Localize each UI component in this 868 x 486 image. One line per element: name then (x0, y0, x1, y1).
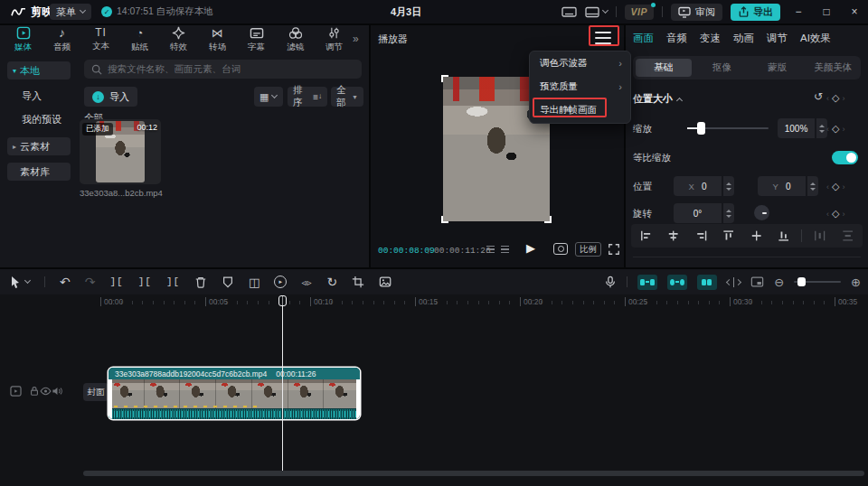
crop-button[interactable] (352, 276, 364, 288)
menu-item-scopes[interactable]: 调色示波器 › (530, 51, 630, 75)
slider-handle[interactable] (697, 122, 705, 135)
menu-item-preview-quality[interactable]: 预览质量 › (530, 75, 630, 98)
position-x-stepper[interactable] (722, 176, 734, 196)
align-right-icon[interactable] (695, 229, 707, 242)
link-toggle[interactable] (697, 275, 717, 290)
tab-video[interactable]: 画面 (633, 32, 654, 45)
playhead-handle[interactable] (278, 295, 287, 306)
frame-capture-icon[interactable] (553, 243, 568, 255)
timeline-clip[interactable]: 33e303a8788addb192004cc5d7c6b2cb.mp4 00:… (108, 368, 360, 419)
keyframe-control[interactable]: ‹◇› (826, 92, 844, 104)
rotate-value-field[interactable]: 0° (674, 203, 722, 223)
tab-transitions[interactable]: ⋈ 转场 (198, 25, 237, 53)
cover-button[interactable]: 封面 (83, 383, 108, 401)
keyframe-control[interactable]: ‹◇› (826, 123, 844, 135)
subtab-beauty[interactable]: 美颜美体 (806, 56, 862, 79)
next-frame-icon[interactable] (501, 246, 509, 254)
speed-button[interactable]: ▸ (274, 276, 287, 288)
split-button[interactable]: ][ (109, 276, 123, 287)
hide-track-icon[interactable] (40, 387, 52, 396)
position-x-field[interactable]: X0 (674, 176, 722, 196)
position-y-stepper[interactable] (807, 176, 818, 196)
view-mode-button[interactable]: ▦ (254, 87, 283, 107)
tab-audio-settings[interactable]: 音频 (666, 32, 687, 45)
selection-handle[interactable] (441, 75, 448, 82)
sidebar-item-cloud[interactable]: ▸ 云素材 (7, 137, 71, 155)
media-card[interactable]: 已添加 00:12 (80, 119, 161, 184)
vip-badge[interactable]: VIP (625, 5, 654, 20)
review-button[interactable]: 审阅 (671, 4, 722, 21)
tab-filters[interactable]: 滤镜 (276, 25, 315, 53)
tab-animation[interactable]: 动画 (733, 32, 754, 45)
collapse-panel-chevron[interactable]: » (353, 33, 359, 45)
rotation-dial[interactable] (754, 205, 769, 220)
mute-track-icon[interactable] (52, 386, 62, 397)
align-middle-vertical-icon[interactable] (750, 229, 762, 242)
section-position-size[interactable]: 位置大小 (633, 92, 682, 106)
sidebar-item-local[interactable]: ▾ 本地 (7, 61, 71, 79)
uniform-scale-toggle[interactable] (832, 151, 858, 164)
chroma-key-button[interactable] (379, 276, 392, 288)
tab-media[interactable]: 媒体 (4, 25, 42, 53)
menu-item-export-still-frame[interactable]: 导出静帧画面 (530, 98, 630, 122)
timeline-zoom-slider[interactable] (794, 281, 841, 283)
keyframe-control[interactable]: ‹◇› (826, 208, 844, 220)
position-y-field[interactable]: Y0 (758, 176, 806, 196)
delete-right-button[interactable]: ][ (166, 276, 180, 287)
trim-handle-right[interactable] (356, 379, 360, 419)
player-menu-button[interactable] (595, 32, 611, 44)
record-voiceover-button[interactable] (604, 275, 617, 289)
undo-button[interactable]: ↶ (60, 275, 71, 289)
subtab-keying[interactable]: 抠像 (694, 56, 750, 79)
trim-handle-left[interactable] (108, 379, 112, 419)
align-left-icon[interactable] (640, 229, 652, 242)
preview-axis-toggle[interactable] (727, 277, 741, 287)
sidebar-item-presets[interactable]: 我的预设 (7, 110, 71, 128)
tab-audio[interactable]: ♪ 音频 (42, 25, 81, 53)
delete-left-button[interactable]: ][ (138, 276, 152, 287)
prev-frame-icon[interactable] (486, 246, 495, 254)
layout-switch-button[interactable] (585, 6, 608, 18)
subtab-basic[interactable]: 基础 (636, 59, 692, 77)
tab-speed[interactable]: 变速 (700, 32, 721, 45)
import-button[interactable]: ↓ 导入 (84, 87, 137, 107)
slider-handle[interactable] (797, 277, 806, 286)
selection-handle[interactable] (544, 216, 552, 223)
rotate-stepper[interactable] (722, 203, 734, 223)
scale-slider[interactable] (687, 127, 769, 129)
align-center-horizontal-icon[interactable] (667, 229, 679, 242)
freeze-frame-button[interactable] (222, 276, 234, 288)
subtab-mask[interactable]: 蒙版 (750, 56, 806, 79)
delete-button[interactable] (194, 276, 207, 289)
selection-handle[interactable] (441, 216, 448, 223)
tab-ai-effects[interactable]: AI效果 (800, 32, 831, 45)
global-preview-zoom-icon[interactable] (750, 276, 764, 288)
timeline-horizontal-scrollbar[interactable] (83, 471, 864, 476)
tab-adjustment[interactable]: 调节 (767, 32, 788, 45)
sidebar-item-import[interactable]: 导入 (7, 87, 71, 105)
sidebar-item-library[interactable]: 素材库 (7, 163, 71, 181)
zoom-in-icon[interactable]: ⊕ (851, 276, 861, 289)
shortcut-keyboard-icon[interactable] (561, 5, 577, 18)
export-button[interactable]: 导出 (731, 4, 780, 21)
filter-button[interactable]: 全部 ▼ (331, 87, 363, 107)
zoom-out-icon[interactable]: ⊖ (774, 276, 784, 289)
auto-snap-toggle[interactable] (667, 275, 687, 290)
lock-track-icon[interactable] (29, 385, 40, 397)
sort-button[interactable]: 排序 ≡↓ (288, 87, 327, 107)
tab-text[interactable]: TI 文本 (81, 25, 120, 53)
search-input[interactable]: 搜索文件名称、画面元素、台词 (84, 60, 362, 79)
tab-effects[interactable]: 特效 (159, 25, 198, 53)
maximize-button[interactable]: □ (816, 5, 836, 18)
close-button[interactable]: × (844, 5, 864, 18)
keyframe-control[interactable]: ‹◇› (826, 181, 844, 192)
minimize-button[interactable]: − (788, 5, 808, 18)
align-bottom-icon[interactable] (778, 229, 789, 242)
fullscreen-icon[interactable] (608, 243, 620, 256)
tab-sticker[interactable]: ◔ 贴纸 (120, 25, 159, 53)
menu-button[interactable]: 菜单 (50, 4, 91, 20)
play-button[interactable]: ▶ (526, 241, 535, 255)
ratio-button[interactable]: 比例 (575, 242, 601, 257)
rotate-button[interactable]: ↻ (326, 275, 337, 289)
tab-captions[interactable]: 字幕 (237, 25, 276, 53)
